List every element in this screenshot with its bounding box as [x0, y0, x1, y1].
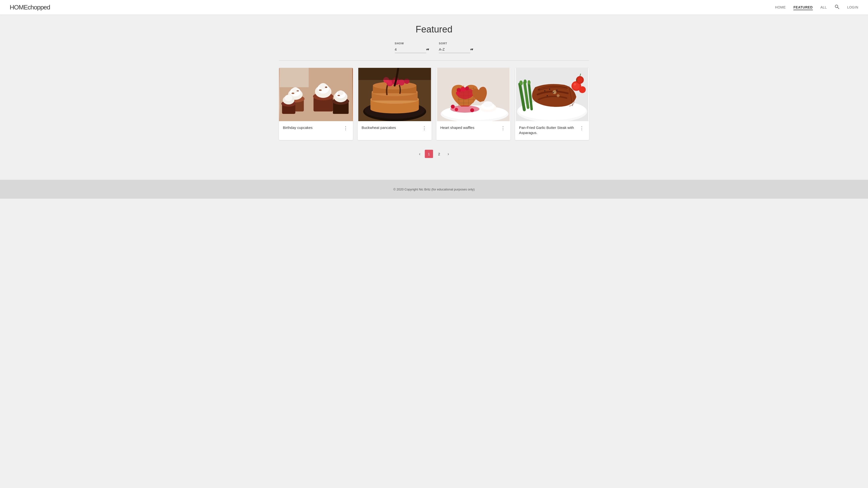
- card-body-waffles: Heart shaped waffles ⋮: [436, 121, 510, 138]
- card-image-birthday: [279, 68, 353, 121]
- sort-select[interactable]: A-Z Z-A Newest Oldest: [439, 46, 470, 53]
- card-title-buckwheat: Buckwheat pancakes: [362, 125, 421, 130]
- svg-rect-47: [359, 68, 431, 80]
- pagination-page-1[interactable]: 1: [425, 150, 433, 158]
- pagination: ‹ 1 2 ›: [279, 150, 589, 158]
- svg-line-1: [837, 7, 839, 9]
- page-title: Featured: [279, 24, 589, 35]
- card-body-buckwheat: Buckwheat pancakes ⋮: [358, 121, 432, 138]
- nav-item-featured[interactable]: FEATURED: [794, 5, 812, 9]
- sort-dropdown-icon: ▾: [471, 47, 473, 51]
- card-buckwheat-pancakes[interactable]: Buckwheat pancakes ⋮: [358, 68, 432, 140]
- svg-point-85: [578, 77, 583, 83]
- svg-rect-22: [280, 68, 309, 87]
- card-title-steak: Pan-Fried Garlic Butter Steak with Aspar…: [519, 125, 578, 135]
- card-menu-button-birthday[interactable]: ⋮: [342, 125, 349, 130]
- card-menu-button-waffles[interactable]: ⋮: [500, 125, 506, 130]
- svg-point-69: [455, 108, 458, 111]
- svg-point-64: [461, 87, 465, 92]
- pagination-page-2[interactable]: 2: [435, 150, 443, 158]
- show-label: SHOW: [395, 42, 429, 45]
- card-image-waffles: [436, 68, 510, 121]
- svg-point-66: [456, 91, 460, 95]
- svg-point-68: [451, 105, 455, 109]
- heart-waffles-svg: [436, 68, 510, 121]
- svg-point-83: [574, 83, 576, 86]
- svg-point-92: [549, 89, 550, 90]
- card-menu-button-buckwheat[interactable]: ⋮: [421, 125, 428, 130]
- svg-point-27: [338, 90, 344, 95]
- svg-point-42: [398, 79, 405, 86]
- nav-link-all[interactable]: ALL: [820, 5, 827, 9]
- svg-point-86: [579, 86, 586, 93]
- card-heart-waffles[interactable]: Heart shaped waffles ⋮: [436, 68, 510, 140]
- svg-point-62: [483, 101, 493, 107]
- brand-bold: HOME: [10, 4, 28, 11]
- show-dropdown-icon: ▾: [427, 47, 429, 51]
- svg-point-65: [465, 87, 469, 90]
- pagination-prev[interactable]: ‹: [416, 150, 423, 158]
- pagination-next[interactable]: ›: [445, 150, 452, 158]
- svg-point-91: [545, 90, 546, 91]
- card-menu-button-steak[interactable]: ⋮: [578, 125, 585, 130]
- nav-link-featured[interactable]: FEATURED: [794, 5, 812, 10]
- nav-item-all[interactable]: ALL: [820, 5, 827, 9]
- card-birthday-cupcakes[interactable]: Birthday cupcakes ⋮: [279, 68, 353, 140]
- card-title-waffles: Heart shaped waffles: [440, 125, 500, 130]
- search-icon[interactable]: [835, 6, 839, 10]
- svg-point-94: [547, 95, 548, 96]
- buckwheat-pancakes-svg: [358, 68, 432, 121]
- steak-svg: [515, 68, 589, 121]
- svg-point-67: [451, 105, 479, 113]
- filters-section: SHOW 4 8 12 ▾ SORT A-Z Z-A Newest Oldest: [279, 42, 589, 53]
- svg-point-0: [835, 5, 838, 8]
- birthday-cupcakes-svg: [279, 68, 353, 121]
- content-divider: [279, 60, 589, 61]
- card-title-birthday: Birthday cupcakes: [283, 125, 342, 130]
- brand-light: chopped: [28, 4, 50, 11]
- show-select-wrapper: 4 8 12 ▾: [395, 46, 429, 53]
- svg-point-45: [388, 81, 392, 85]
- card-body-steak: Pan-Fried Garlic Butter Steak with Aspar…: [515, 121, 589, 140]
- svg-point-95: [557, 90, 558, 91]
- show-filter: SHOW 4 8 12 ▾: [395, 42, 429, 53]
- nav-link-login[interactable]: LOGIN: [847, 5, 858, 9]
- svg-point-15: [319, 83, 327, 89]
- main-content: Featured SHOW 4 8 12 ▾ SORT A-Z Z-A Newe…: [265, 14, 603, 180]
- card-image-steak: [515, 68, 589, 121]
- svg-point-10: [297, 90, 299, 91]
- nav-item-search[interactable]: [835, 4, 839, 10]
- svg-point-8: [292, 87, 299, 93]
- brand-logo[interactable]: HOMEchopped: [10, 4, 50, 11]
- card-body-birthday: Birthday cupcakes ⋮: [279, 121, 353, 138]
- nav-item-login[interactable]: LOGIN: [847, 5, 858, 9]
- sort-label: SORT: [439, 42, 473, 45]
- svg-point-16: [319, 89, 322, 91]
- svg-point-21: [285, 95, 292, 101]
- footer-copyright: © 2020 Copyright Nic Britz (for educatio…: [393, 187, 474, 191]
- show-select[interactable]: 4 8 12: [395, 46, 426, 53]
- svg-point-70: [470, 108, 474, 112]
- nav-item-home[interactable]: HOME: [775, 5, 786, 9]
- nav-link-home[interactable]: HOME: [775, 5, 786, 9]
- svg-point-90: [557, 94, 560, 97]
- svg-point-9: [291, 93, 294, 94]
- sort-select-wrapper: A-Z Z-A Newest Oldest ▾: [439, 46, 473, 53]
- card-image-buckwheat: [358, 68, 432, 121]
- navbar: HOMEchopped HOME FEATURED ALL LOGIN: [0, 0, 868, 14]
- footer: © 2020 Copyright Nic Britz (for educatio…: [0, 180, 868, 199]
- svg-point-89: [553, 90, 557, 94]
- card-steak[interactable]: Pan-Fried Garlic Butter Steak with Aspar…: [515, 68, 589, 140]
- svg-point-17: [325, 87, 328, 88]
- sort-filter: SORT A-Z Z-A Newest Oldest ▾: [439, 42, 473, 53]
- nav-links: HOME FEATURED ALL LOGIN: [775, 4, 858, 10]
- cards-grid: Birthday cupcakes ⋮: [279, 68, 589, 140]
- svg-point-93: [553, 92, 554, 93]
- svg-point-28: [338, 95, 340, 96]
